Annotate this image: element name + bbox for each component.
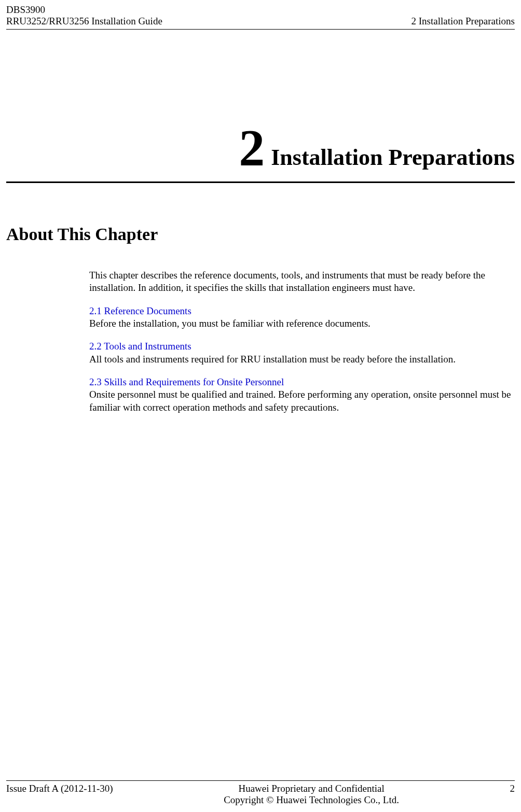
footer-page-number: 2 xyxy=(510,783,515,794)
intro-paragraph: This chapter describes the reference doc… xyxy=(89,269,515,295)
content-body: This chapter describes the reference doc… xyxy=(89,269,515,414)
section-block: 2.1 Reference Documents Before the insta… xyxy=(89,305,515,330)
header-guide: RRU3252/RRU3256 Installation Guide xyxy=(6,16,162,27)
chapter-title-block: 2 Installation Preparations xyxy=(6,118,515,183)
chapter-number: 2 xyxy=(239,119,265,176)
footer-issue: Issue Draft A (2012-11-30) xyxy=(6,783,113,794)
header-left: DBS3900 RRU3252/RRU3256 Installation Gui… xyxy=(6,4,162,27)
section-block: 2.3 Skills and Requirements for Onsite P… xyxy=(89,376,515,414)
header-section: 2 Installation Preparations xyxy=(412,16,515,27)
section-desc: Onsite personnel must be qualified and t… xyxy=(89,388,515,414)
header-product: DBS3900 xyxy=(6,4,162,16)
section-link-2-1[interactable]: 2.1 Reference Documents xyxy=(89,305,515,317)
footer-proprietary: Huawei Proprietary and Confidential xyxy=(224,783,399,794)
section-link-2-3[interactable]: 2.3 Skills and Requirements for Onsite P… xyxy=(89,376,515,388)
section-block: 2.2 Tools and Instruments All tools and … xyxy=(89,340,515,366)
section-link-2-2[interactable]: 2.2 Tools and Instruments xyxy=(89,340,515,353)
page-header: DBS3900 RRU3252/RRU3256 Installation Gui… xyxy=(6,0,515,30)
page-footer: Issue Draft A (2012-11-30) Huawei Propri… xyxy=(6,780,515,806)
chapter-title: Installation Preparations xyxy=(271,145,515,170)
about-heading: About This Chapter xyxy=(6,225,515,244)
section-desc: Before the installation, you must be fam… xyxy=(89,317,515,330)
section-desc: All tools and instruments required for R… xyxy=(89,353,515,366)
footer-copyright: Copyright © Huawei Technologies Co., Ltd… xyxy=(224,794,399,806)
footer-center: Huawei Proprietary and Confidential Copy… xyxy=(224,783,399,806)
